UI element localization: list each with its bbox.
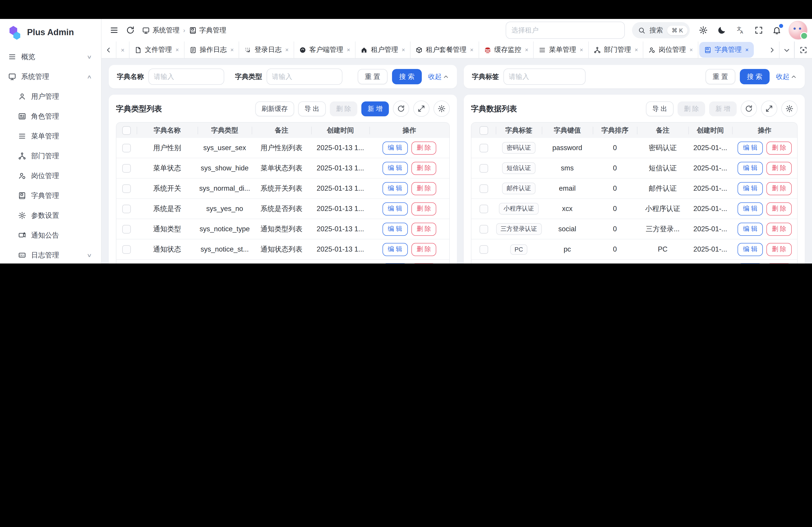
delete-button[interactable]: 删 除 <box>678 101 705 116</box>
breadcrumb-item[interactable]: 字典管理 <box>189 26 226 34</box>
delete-button[interactable]: 删 除 <box>330 101 357 116</box>
tab[interactable]: 菜单管理 × <box>534 42 589 58</box>
delete-button[interactable]: 删 除 <box>766 263 792 264</box>
edit-button[interactable]: 编 辑 <box>738 141 763 154</box>
collapse-link[interactable]: 收起 <box>428 72 449 81</box>
delete-button[interactable]: 删 除 <box>766 223 792 236</box>
row-checkbox[interactable] <box>479 184 488 193</box>
edit-button[interactable]: 编 辑 <box>382 182 408 195</box>
sidebar-item[interactable]: 通知公告 <box>4 225 98 245</box>
row-checkbox[interactable] <box>122 164 131 172</box>
row-checkbox[interactable] <box>122 205 131 213</box>
dict-label-input[interactable]: 请输入 <box>504 69 585 85</box>
sidebar-item[interactable]: 角色管理 <box>4 106 98 126</box>
table-tool-button[interactable] <box>781 101 798 117</box>
delete-button[interactable]: 删 除 <box>411 263 436 264</box>
add-button[interactable]: 新 增 <box>361 101 389 116</box>
row-checkbox[interactable] <box>479 144 488 152</box>
row-checkbox[interactable] <box>122 184 131 193</box>
tab[interactable]: 字典管理 × <box>699 42 754 58</box>
moon-icon[interactable] <box>717 26 726 35</box>
export-button[interactable]: 导 出 <box>298 101 326 116</box>
refresh-icon[interactable] <box>126 26 135 35</box>
dict-type-input[interactable]: 请输入 <box>266 69 343 85</box>
delete-button[interactable]: 删 除 <box>411 162 436 175</box>
tabs-scroll-left-button[interactable] <box>102 42 116 58</box>
row-checkbox[interactable] <box>479 245 488 254</box>
tab[interactable]: 登录日志 × <box>239 42 294 58</box>
tab-control-button[interactable] <box>780 42 794 58</box>
collapse-link[interactable]: 收起 <box>776 72 797 81</box>
delete-button[interactable]: 删 除 <box>411 243 436 256</box>
fullscreen-icon[interactable] <box>754 26 763 35</box>
tab-close-icon[interactable]: × <box>347 46 350 53</box>
edit-button[interactable]: 编 辑 <box>738 182 763 195</box>
tab[interactable]: 操作日志 × <box>184 42 239 58</box>
sidebar-item[interactable]: 部门管理 <box>4 146 98 166</box>
sidebar-item[interactable]: 岗位管理 <box>4 166 98 186</box>
edit-button[interactable]: 编 辑 <box>382 223 408 236</box>
tab-close-icon[interactable]: × <box>690 46 693 53</box>
global-search[interactable]: 搜索 ⌘ K <box>632 22 690 38</box>
tab-close-icon[interactable]: × <box>470 46 474 53</box>
search-button[interactable]: 搜 索 <box>392 69 422 84</box>
notifications-button[interactable] <box>772 26 781 35</box>
tab[interactable]: redis 缓存监控 × <box>479 42 534 58</box>
tab-close-icon[interactable]: × <box>175 46 179 53</box>
reset-button[interactable]: 重 置 <box>705 69 735 84</box>
edit-button[interactable]: 编 辑 <box>382 141 408 154</box>
tab-close-icon[interactable]: × <box>230 46 234 53</box>
edit-button[interactable]: 编 辑 <box>738 162 763 175</box>
reset-button[interactable]: 重 置 <box>358 69 387 84</box>
tab-control-button[interactable] <box>765 42 780 58</box>
delete-button[interactable]: 删 除 <box>766 243 792 256</box>
table-tool-button[interactable] <box>393 101 409 117</box>
tab-close-icon[interactable]: × <box>285 46 289 53</box>
delete-button[interactable]: 删 除 <box>411 182 436 195</box>
gear-icon[interactable] <box>699 26 708 35</box>
delete-button[interactable]: 删 除 <box>411 141 436 154</box>
delete-button[interactable]: 删 除 <box>766 141 792 154</box>
tab-close-icon[interactable]: × <box>402 46 405 53</box>
select-all-checkbox[interactable] <box>479 126 488 135</box>
select-all-checkbox[interactable] <box>122 126 131 135</box>
sidebar-item[interactable]: 概览 ∨ <box>4 47 98 67</box>
search-button[interactable]: 搜 索 <box>740 69 770 84</box>
tab-close-icon[interactable]: × <box>525 46 528 53</box>
edit-button[interactable]: 编 辑 <box>382 243 408 256</box>
avatar[interactable] <box>788 21 808 40</box>
dict-name-input[interactable]: 请输入 <box>148 69 224 85</box>
sidebar-item[interactable]: 用户管理 <box>4 87 98 106</box>
tab-close-icon[interactable]: × <box>745 46 749 53</box>
add-button[interactable]: 新 增 <box>709 101 737 116</box>
sidebar-item[interactable]: 参数设置 <box>4 206 98 225</box>
row-checkbox[interactable] <box>122 144 131 152</box>
export-button[interactable]: 导 出 <box>646 101 673 116</box>
sidebar-item[interactable]: 字典管理 <box>4 186 98 206</box>
edit-button[interactable]: 编 辑 <box>738 243 763 256</box>
tab[interactable]: 部门管理 × <box>589 42 643 58</box>
tab-close-icon[interactable]: × <box>635 46 638 53</box>
delete-button[interactable]: 删 除 <box>411 202 436 215</box>
sidebar-item[interactable]: 系统管理 ∧ <box>4 67 98 87</box>
delete-button[interactable]: 删 除 <box>766 182 792 195</box>
tab-close-icon[interactable]: × <box>580 46 583 53</box>
refresh-cache-button[interactable]: 刷新缓存 <box>255 101 294 116</box>
sidebar-item[interactable]: 菜单管理 <box>4 126 98 146</box>
row-checkbox[interactable] <box>479 164 488 172</box>
edit-button[interactable]: 编 辑 <box>382 263 408 264</box>
table-tool-button[interactable] <box>413 101 430 117</box>
tenant-select[interactable]: 选择租户 <box>506 21 625 39</box>
content-fullscreen-button[interactable] <box>794 42 812 58</box>
translate-icon[interactable]: 文A <box>736 26 745 35</box>
delete-button[interactable]: 删 除 <box>766 202 792 215</box>
table-tool-button[interactable] <box>741 101 757 117</box>
edit-button[interactable]: 编 辑 <box>382 202 408 215</box>
delete-button[interactable]: 删 除 <box>411 223 436 236</box>
delete-button[interactable]: 删 除 <box>766 162 792 175</box>
edit-button[interactable]: 编 辑 <box>738 202 763 215</box>
row-checkbox[interactable] <box>122 225 131 233</box>
tab[interactable]: 文件管理 × <box>129 42 184 58</box>
edit-button[interactable]: 编 辑 <box>382 162 408 175</box>
tab[interactable]: 租户套餐管理 × <box>410 42 479 58</box>
